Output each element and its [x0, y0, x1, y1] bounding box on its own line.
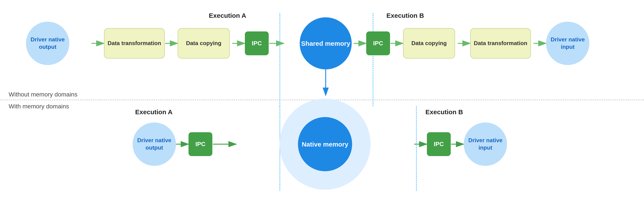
diagram-container: Execution A Execution B Driver native ou…: [0, 0, 644, 199]
driver-native-output-top: Driver native output: [26, 22, 69, 65]
without-memory-label: Without memory domains: [9, 91, 77, 98]
data-transformation-left: Data transformation: [104, 28, 165, 58]
data-transformation-right: Data transformation: [470, 28, 531, 58]
ipc-right-top: IPC: [366, 32, 390, 55]
exec-b-top-label: Execution B: [373, 12, 438, 19]
v-dashed-right: [373, 13, 373, 106]
v-dashed-bot-right: [416, 106, 417, 191]
ipc-left-top: IPC: [245, 32, 269, 55]
ipc-bot-left: IPC: [188, 132, 212, 156]
driver-native-output-bot: Driver native output: [132, 122, 176, 166]
shared-memory: Shared memory: [300, 17, 352, 69]
native-memory-inner: Native memory: [298, 117, 352, 171]
exec-b-bot-label: Execution B: [412, 108, 477, 116]
driver-native-input-bot: Driver native input: [464, 122, 507, 166]
data-copying-left: Data copying: [178, 28, 230, 58]
driver-native-input-top: Driver native input: [546, 22, 590, 65]
exec-a-bot-label: Execution A: [121, 108, 186, 116]
exec-a-top-label: Execution A: [195, 12, 260, 19]
v-dashed-left: [280, 13, 280, 106]
ipc-bot-right: IPC: [427, 132, 451, 156]
data-copying-right: Data copying: [403, 28, 455, 58]
with-memory-label: With memory domains: [9, 103, 69, 110]
